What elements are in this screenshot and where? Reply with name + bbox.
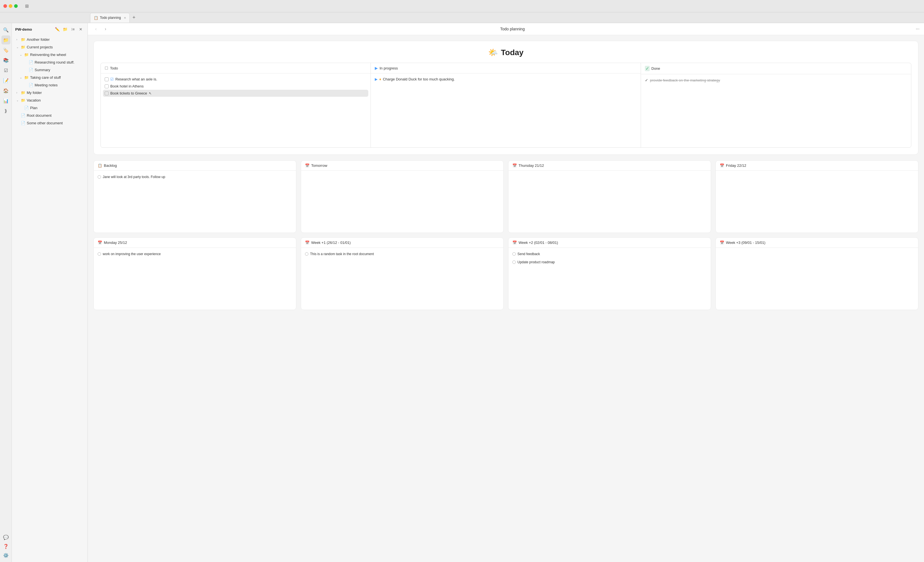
sidebar-toggle-icon[interactable]: ⊞ bbox=[25, 3, 29, 9]
sidebar-item-meeting-notes[interactable]: 📄 Meeting notes bbox=[13, 81, 86, 88]
weekly-item-text: Update product roadmap bbox=[518, 260, 555, 265]
week-plus-2-icon: 📅 bbox=[512, 240, 517, 245]
back-button[interactable]: ‹ bbox=[92, 25, 100, 33]
chevron-icon bbox=[16, 114, 20, 117]
weekly-col-thursday-body bbox=[508, 171, 711, 232]
kanban-item-research-axle[interactable]: ☑ Research what an axle is. bbox=[103, 76, 368, 83]
tree-item-label: Root document bbox=[27, 113, 84, 118]
chevron-icon: › bbox=[16, 38, 20, 41]
kanban-item-text: Book hotel in Athens bbox=[110, 84, 144, 88]
close-sidebar-icon[interactable]: ✕ bbox=[77, 26, 84, 33]
maximize-button[interactable] bbox=[14, 4, 18, 8]
kanban-item-text: provide feedback on the marketing strate… bbox=[650, 78, 720, 82]
help-icon[interactable]: ❓ bbox=[2, 542, 10, 551]
weekly-col-tomorrow-label: Tomorrow bbox=[311, 163, 327, 168]
weekly-col-monday: 📅 Monday 25/12 work on improving the use… bbox=[93, 237, 296, 310]
minimize-button[interactable] bbox=[9, 4, 12, 8]
files-icon[interactable]: 📁 bbox=[2, 36, 10, 45]
sidebar-item-reinventing-the-wheel[interactable]: ⌄ 📁 Reinventing the wheel bbox=[13, 51, 86, 58]
kanban-item-charge-donald[interactable]: ▶ ♦ Charge Donald Duck for too much quac… bbox=[373, 76, 638, 83]
kanban-todo-items: ☑ Research what an axle is. Book hotel i… bbox=[101, 73, 370, 99]
tab-todo-planning[interactable]: 📋 Todo planning ✕ bbox=[90, 13, 130, 22]
cursor-icon: ↖ bbox=[149, 91, 152, 95]
sidebar-item-researching-round-stuff[interactable]: 📄 Researching round stuff. bbox=[13, 58, 86, 66]
done-col-icon: ✓ bbox=[645, 66, 650, 71]
notes-icon[interactable]: 📝 bbox=[2, 76, 10, 85]
folder-icon: 📁 bbox=[21, 45, 26, 49]
weekly-col-week-plus-2-label: Week +2 (02/01 - 08/01) bbox=[519, 240, 558, 245]
sidebar-item-taking-care-of-stuff[interactable]: ⌄ 📁 Taking care of stuff bbox=[13, 74, 86, 81]
new-note-icon[interactable]: ✏️ bbox=[54, 26, 60, 33]
forward-button[interactable]: › bbox=[102, 25, 109, 33]
kanban-col-in-progress-label: In progress bbox=[380, 66, 398, 70]
sidebar-item-another-folder[interactable]: › 📁 Another folder bbox=[13, 36, 86, 43]
weekly-col-week-plus-2-body: Send feedback Update product roadmap bbox=[508, 248, 711, 310]
kanban-item-text: Book tickets to Greece bbox=[110, 91, 147, 95]
sidebar-item-my-folder[interactable]: › 📁 My folder bbox=[13, 89, 86, 96]
tasks-icon[interactable]: ☑ bbox=[2, 66, 10, 75]
kanban-item-book-hotel[interactable]: Book hotel in Athens bbox=[103, 83, 368, 90]
weekly-item-random-task[interactable]: This is a random task in the root docume… bbox=[303, 250, 501, 258]
tab-close-button[interactable]: ✕ bbox=[124, 16, 126, 19]
weekly-col-week-plus-2: 📅 Week +2 (02/01 - 08/01) Send feedback … bbox=[508, 237, 711, 310]
kanban-item-book-tickets[interactable]: Book tickets to Greece ↖ bbox=[103, 90, 368, 97]
tree-item-label: Current projects bbox=[27, 45, 84, 49]
library-icon[interactable]: 📚 bbox=[2, 56, 10, 65]
content-area: ‹ › Todo planning ··· 🌤️ Today ☐ Todo bbox=[88, 23, 924, 562]
weekly-col-week-plus-1-header: 📅 Week +1 (26/12 - 01/01) bbox=[301, 238, 503, 248]
sidebar-item-vacation[interactable]: ⌄ 📁 Vacation bbox=[13, 96, 86, 104]
sidebar-item-some-other-document[interactable]: 📄 Some other document bbox=[13, 119, 86, 127]
friday-icon: 📅 bbox=[720, 163, 724, 168]
weekly-item-user-experience[interactable]: work on improving the user experience bbox=[96, 250, 294, 258]
new-tab-button[interactable]: + bbox=[130, 15, 138, 21]
traffic-lights bbox=[3, 4, 18, 8]
item-dot-icon bbox=[512, 252, 516, 256]
weekly-col-week-plus-3: 📅 Week +3 (09/01 - 15/01) bbox=[716, 237, 918, 310]
sort-icon[interactable]: ⁝≡ bbox=[69, 26, 76, 33]
tree-item-label: My folder bbox=[27, 91, 84, 95]
sidebar-item-current-projects[interactable]: ⌄ 📁 Current projects bbox=[13, 43, 86, 51]
sidebar-item-plan[interactable]: 📄 Plan bbox=[13, 104, 86, 111]
content-scroll[interactable]: 🌤️ Today ☐ Todo ☑ bbox=[88, 35, 924, 562]
document-icon: 📄 bbox=[29, 83, 33, 87]
expand-icon[interactable]: ⟫ bbox=[2, 106, 10, 115]
tags-icon[interactable]: 🏷️ bbox=[2, 46, 10, 55]
tree-item-label: Some other document bbox=[27, 121, 84, 125]
home-icon[interactable]: 🏠 bbox=[2, 86, 10, 95]
chevron-icon bbox=[20, 106, 23, 109]
charts-icon[interactable]: 📊 bbox=[2, 96, 10, 105]
backlog-icon: 📋 bbox=[98, 163, 102, 168]
chevron-icon: › bbox=[16, 91, 20, 94]
kanban-item-marketing-feedback[interactable]: ✓ provide feedback on the marketing stra… bbox=[643, 76, 909, 84]
kanban-item-text: Charge Donald Duck for too much quacking… bbox=[383, 77, 455, 81]
icon-sidebar: 🔍 📁 🏷️ 📚 ☑ 📝 🏠 📊 ⟫ 💬 ❓ ⚙️ bbox=[0, 23, 12, 562]
more-options-button[interactable]: ··· bbox=[916, 27, 920, 31]
page-title: Todo planning bbox=[111, 27, 914, 31]
in-progress-col-icon: ▶ bbox=[375, 66, 378, 70]
today-title: Today bbox=[501, 48, 524, 57]
new-folder-icon[interactable]: 📁 bbox=[62, 26, 68, 33]
weekly-col-tomorrow-header: 📅 Tomorrow bbox=[301, 160, 503, 171]
weekly-col-tomorrow-body bbox=[301, 171, 503, 232]
kanban-col-done-header: ✓ Done bbox=[641, 63, 911, 74]
weekly-col-week-plus-1-label: Week +1 (26/12 - 01/01) bbox=[311, 240, 351, 245]
search-icon[interactable]: 🔍 bbox=[2, 25, 10, 34]
weekly-grid-1: 📋 Backlog Jane will look at 3rd party to… bbox=[93, 160, 918, 233]
today-header: 🌤️ Today bbox=[100, 48, 911, 57]
weekly-col-monday-label: Monday 25/12 bbox=[104, 240, 127, 245]
kanban-col-todo-label: Todo bbox=[110, 66, 118, 70]
settings-icon[interactable]: ⚙️ bbox=[2, 551, 10, 560]
weekly-item-update-roadmap[interactable]: Update product roadmap bbox=[511, 258, 708, 266]
monday-icon: 📅 bbox=[98, 240, 102, 245]
notifications-icon[interactable]: 💬 bbox=[2, 533, 10, 542]
kanban-col-in-progress-header: ▶ In progress bbox=[371, 63, 640, 73]
weekly-col-friday-body bbox=[716, 171, 918, 232]
sidebar-item-root-document[interactable]: 📄 Root document bbox=[13, 112, 86, 119]
item-dot-icon bbox=[98, 175, 101, 178]
sidebar-item-summary[interactable]: 📄 Summary bbox=[13, 66, 86, 73]
weekly-col-friday-label: Friday 22/12 bbox=[726, 163, 746, 168]
weekly-item-jane[interactable]: Jane will look at 3rd party tools. Follo… bbox=[96, 173, 294, 181]
tree-item-label: Vacation bbox=[27, 98, 84, 102]
weekly-item-send-feedback[interactable]: Send feedback bbox=[511, 250, 708, 258]
close-button[interactable] bbox=[3, 4, 7, 8]
